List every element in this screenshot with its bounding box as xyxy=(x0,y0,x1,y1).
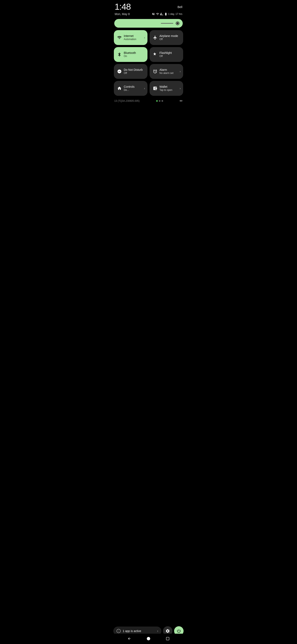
wifi-tile-icon xyxy=(117,35,122,40)
battery-text: 1 day, 17 hrs xyxy=(168,12,182,16)
date-display: Mon, May 8 xyxy=(115,12,130,16)
quick-tiles: Internet Automation › Airplane mode Off xyxy=(111,30,186,96)
date-row: Mon, May 8 1 day, 17 hrs xyxy=(111,12,186,17)
dnd-label: Do Not Disturb xyxy=(124,68,143,72)
flashlight-tile[interactable]: Flashlight Off xyxy=(150,47,183,62)
battery-icon xyxy=(164,12,167,16)
controls-tile[interactable]: Controls De... › xyxy=(114,81,147,96)
tile-row-2: Bluetooth On Flashlight Off xyxy=(114,47,183,62)
flashlight-label: Flashlight xyxy=(159,51,172,55)
controls-label: Controls xyxy=(124,85,134,88)
bluetooth-label: Bluetooth xyxy=(124,51,136,55)
airplane-sublabel: Off xyxy=(159,38,178,41)
dot-3 xyxy=(162,100,163,102)
bluetooth-icon xyxy=(117,52,122,57)
alarm-chevron: › xyxy=(180,70,181,73)
controls-chevron: › xyxy=(144,87,145,90)
alarm-tile[interactable]: Alarm No alarm set › xyxy=(150,64,183,79)
edit-icon[interactable]: ✏ xyxy=(180,99,183,103)
internet-chevron: › xyxy=(144,36,145,39)
status-bar: 1:48 Bell xyxy=(111,0,186,12)
flashlight-icon xyxy=(153,52,157,57)
flashlight-sublabel: Off xyxy=(159,55,172,58)
bluetooth-sublabel: On xyxy=(124,55,136,58)
airplane-label: Airplane mode xyxy=(159,34,178,38)
signal-icon xyxy=(160,12,163,16)
dnd-tile[interactable]: Do Not Disturb Off xyxy=(114,64,147,79)
wallet-icon xyxy=(153,86,157,90)
tile-row-1: Internet Automation › Airplane mode Off xyxy=(114,30,183,45)
tile-row-4: Controls De... › Wallet Tap to open › xyxy=(114,81,183,96)
internet-tile[interactable]: Internet Automation › xyxy=(114,30,147,45)
wallet-sublabel: Tap to open xyxy=(159,88,172,92)
tile-row-3: Do Not Disturb Off Alarm No alarm set › xyxy=(114,64,183,79)
version-text: 13 (TQ3A.230605.005) xyxy=(114,100,140,102)
wallet-label: Wallet xyxy=(159,85,172,88)
airplane-icon xyxy=(153,35,157,40)
version-row: 13 (TQ3A.230605.005) ✏ xyxy=(111,96,186,104)
controls-sublabel: De... xyxy=(124,88,134,92)
dot-1 xyxy=(156,100,158,102)
time-display: 1:48 xyxy=(115,2,131,11)
page-dots xyxy=(156,100,163,102)
dnd-icon xyxy=(117,69,122,74)
internet-label: Internet xyxy=(124,34,136,38)
dnd-sublabel: Off xyxy=(124,72,143,74)
wifi-icon xyxy=(156,12,159,16)
internet-sublabel: Automation xyxy=(124,38,136,41)
brightness-track xyxy=(161,23,173,24)
status-icons: 1 day, 17 hrs xyxy=(152,12,182,16)
alarm-label: Alarm xyxy=(159,68,173,72)
alarm-icon xyxy=(153,69,157,74)
alarm-sublabel: No alarm set xyxy=(159,72,173,74)
airplane-tile[interactable]: Airplane mode Off xyxy=(150,30,183,45)
carrier-label: Bell xyxy=(178,5,182,9)
wallet-chevron: › xyxy=(180,87,181,90)
brightness-slider[interactable] xyxy=(114,19,183,28)
bluetooth-tile[interactable]: Bluetooth On xyxy=(114,47,147,62)
brightness-row[interactable] xyxy=(111,17,186,30)
wallet-tile[interactable]: Wallet Tap to open › xyxy=(150,81,183,96)
brightness-icon xyxy=(175,21,180,26)
dot-2 xyxy=(159,100,160,102)
mute-icon xyxy=(152,12,155,16)
controls-icon xyxy=(117,86,122,90)
